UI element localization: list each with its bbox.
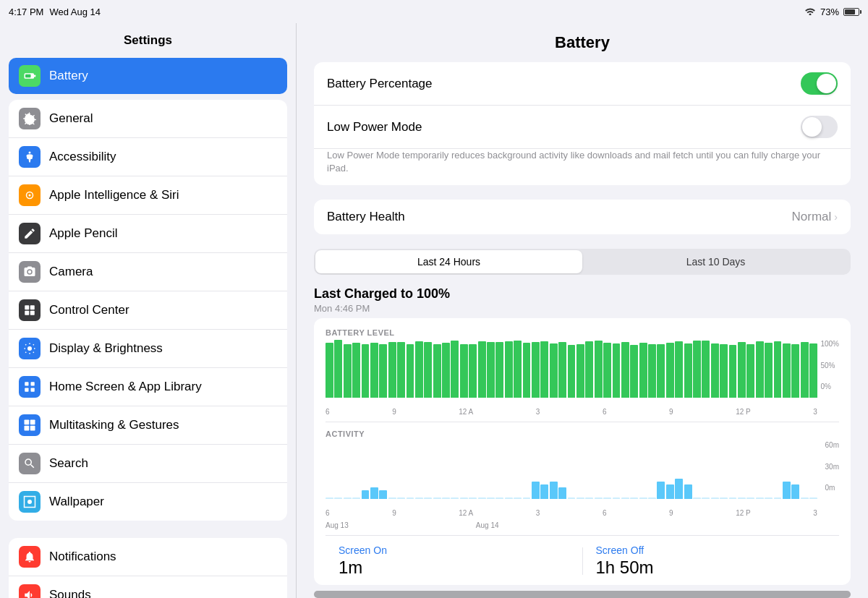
battery-bars: [326, 340, 839, 398]
main-content: Battery Battery Percentage Low Power Mod…: [297, 0, 868, 598]
svg-rect-13: [31, 382, 35, 385]
time-display: 4:17 PM: [9, 7, 43, 17]
svg-rect-7: [25, 305, 29, 309]
scroll-indicator: [314, 591, 851, 598]
last-24-hours-btn[interactable]: Last 24 Hours: [315, 250, 582, 273]
battery-percent-text: 73%: [820, 7, 839, 17]
sidebar-label-search: Search: [49, 456, 88, 471]
sidebar-label-notifications: Notifications: [49, 550, 116, 564]
sidebar-label-accessibility: Accessibility: [49, 150, 116, 164]
status-bar-right: 73%: [804, 7, 859, 17]
toggle-knob: [817, 74, 836, 93]
sidebar-item-display-brightness[interactable]: Display & Brightness: [9, 330, 287, 368]
last-charged-title: Last Charged to 100%: [314, 286, 851, 302]
sidebar-label-display-brightness: Display & Brightness: [49, 341, 163, 356]
status-bar-left: 4:17 PM Wed Aug 14: [9, 7, 101, 17]
screen-on-value: 1m: [339, 558, 569, 578]
low-power-mode-row: Low Power Mode: [314, 106, 851, 149]
time-range-segmented-control: Last 24 Hours Last 10 Days: [314, 249, 851, 275]
svg-rect-17: [30, 420, 35, 425]
sidebar-item-multitasking[interactable]: Multitasking & Gestures: [9, 406, 287, 445]
sidebar-item-general[interactable]: General: [9, 100, 287, 138]
battery-y-axis: 100% 50% 0%: [820, 340, 839, 390]
sidebar: Settings Battery General Accessibility: [0, 0, 297, 598]
activity-label: ACTIVITY: [326, 430, 839, 438]
screen-off-label: Screen Off: [596, 544, 827, 556]
status-bar: 4:17 PM Wed Aug 14 73%: [0, 0, 868, 23]
sidebar-label-apple-pencil: Apple Pencil: [49, 226, 118, 241]
charts-container: BATTERY LEVEL 100% 50% 0% 6 9 12 A 3 6 9…: [314, 318, 851, 585]
display-brightness-icon: [19, 338, 41, 359]
screen-on-label: Screen On: [339, 544, 569, 556]
svg-point-6: [29, 195, 31, 197]
main-title: Battery: [297, 23, 868, 62]
accessibility-icon: [19, 146, 41, 168]
svg-rect-16: [25, 420, 30, 425]
sounds-icon: [19, 584, 41, 598]
wifi-icon: [804, 7, 816, 17]
sidebar-item-home-screen[interactable]: Home Screen & App Library: [9, 368, 287, 406]
apple-pencil-icon: [19, 223, 41, 244]
sidebar-item-accessibility[interactable]: Accessibility: [9, 138, 287, 176]
chart-divider: [326, 422, 839, 422]
battery-active-icon: [19, 65, 41, 87]
sidebar-item-camera[interactable]: Camera: [9, 253, 287, 291]
battery-settings-card: Battery Percentage Low Power Mode Low Po…: [314, 62, 851, 185]
svg-rect-1: [34, 75, 35, 77]
sidebar-active-label: Battery: [49, 69, 88, 83]
activity-chart: 60m 30m 0m: [326, 441, 839, 506]
screen-off-value: 1h 50m: [596, 558, 827, 578]
battery-level-label: BATTERY LEVEL: [326, 328, 839, 337]
home-screen-icon: [19, 376, 41, 398]
svg-point-4: [29, 152, 31, 154]
camera-icon: [19, 261, 41, 283]
screen-off-stat: Screen Off 1h 50m: [583, 544, 840, 578]
last-charged-section: Last Charged to 100% Mon 4:46 PM: [297, 286, 868, 318]
screen-on-stat: Screen On 1m: [326, 544, 582, 578]
battery-health-value: Normal: [792, 210, 832, 224]
notifications-icon: [19, 546, 41, 568]
svg-rect-8: [30, 305, 35, 309]
apple-intelligence-icon: [19, 184, 41, 206]
activity-y-axis: 60m 30m 0m: [825, 441, 839, 492]
battery-health-row[interactable]: Battery Health Normal ›: [314, 200, 851, 234]
sidebar-label-multitasking: Multitasking & Gestures: [49, 418, 179, 432]
sidebar-label-sounds: Sounds: [49, 588, 91, 598]
sidebar-label-camera: Camera: [49, 265, 93, 279]
chevron-right-icon: ›: [834, 211, 838, 223]
battery-percentage-label: Battery Percentage: [327, 77, 433, 91]
sidebar-item-sounds[interactable]: Sounds: [9, 576, 287, 598]
battery-percentage-toggle[interactable]: [801, 72, 838, 95]
sidebar-item-search[interactable]: Search: [9, 445, 287, 483]
sidebar-section-2: Notifications Sounds Focus: [9, 538, 287, 598]
sidebar-label-apple-intelligence: Apple Intelligence & Siri: [49, 188, 179, 202]
multitasking-icon: [19, 414, 41, 436]
sidebar-title: Settings: [0, 23, 296, 55]
sidebar-label-general: General: [49, 111, 93, 126]
svg-rect-10: [30, 311, 35, 315]
sidebar-item-apple-intelligence[interactable]: Apple Intelligence & Siri: [9, 176, 287, 215]
date-display: Wed Aug 14: [49, 7, 101, 17]
last-10-days-btn[interactable]: Last 10 Days: [582, 250, 849, 273]
svg-rect-18: [25, 426, 30, 431]
sidebar-item-battery-active[interactable]: Battery: [9, 58, 287, 94]
general-icon: [19, 108, 41, 129]
svg-rect-12: [25, 382, 28, 385]
sidebar-item-wallpaper[interactable]: Wallpaper: [9, 483, 287, 521]
battery-icon: [843, 8, 859, 16]
svg-rect-19: [30, 426, 35, 431]
sidebar-label-control-center: Control Center: [49, 303, 129, 317]
svg-rect-2: [25, 74, 31, 78]
battery-level-chart: 100% 50% 0%: [326, 340, 839, 405]
low-power-mode-desc: Low Power Mode temporarily reduces backg…: [314, 149, 851, 185]
toggle-knob-2: [802, 117, 822, 137]
low-power-mode-toggle[interactable]: [801, 116, 838, 138]
control-center-icon: [19, 299, 41, 321]
sidebar-label-wallpaper: Wallpaper: [49, 495, 104, 509]
screen-stats: Screen On 1m Screen Off 1h 50m: [326, 535, 839, 585]
svg-rect-15: [31, 388, 35, 392]
svg-point-20: [27, 500, 32, 504]
sidebar-item-control-center[interactable]: Control Center: [9, 291, 287, 330]
sidebar-item-apple-pencil[interactable]: Apple Pencil: [9, 215, 287, 253]
sidebar-item-notifications[interactable]: Notifications: [9, 538, 287, 576]
